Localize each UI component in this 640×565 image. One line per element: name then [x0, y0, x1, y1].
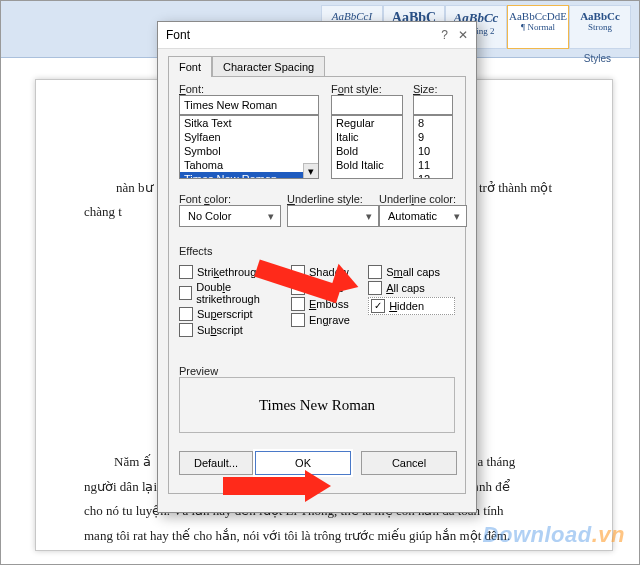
checkbox-emboss[interactable]: Emboss [291, 297, 368, 311]
list-item[interactable]: Bold [332, 144, 402, 158]
dialog-title: Font [166, 28, 190, 42]
checkbox-outline[interactable]: Outline [291, 281, 368, 295]
chevron-down-icon[interactable]: ▾ [303, 163, 318, 178]
chevron-down-icon: ▾ [264, 209, 278, 223]
label-preview: Preview [179, 365, 218, 377]
size-input[interactable] [413, 95, 453, 115]
label-underline-style: Underline style: [287, 193, 379, 205]
list-item[interactable]: 8 [414, 116, 452, 130]
style-strong[interactable]: AaBbCcStrong [569, 5, 631, 49]
list-item[interactable]: Sitka Text [180, 116, 318, 130]
checkbox-all-caps[interactable]: All caps [368, 281, 455, 295]
watermark: Download.vn [483, 522, 625, 548]
checkbox-hidden[interactable]: Hidden [368, 297, 455, 315]
close-icon[interactable]: ✕ [458, 28, 468, 42]
list-item-selected[interactable]: Times New Roman [180, 172, 318, 179]
list-item[interactable]: Tahoma [180, 158, 318, 172]
preview-text: Times New Roman [259, 397, 375, 414]
font-listbox[interactable]: Sitka Text Sylfaen Symbol Tahoma Times N… [179, 115, 319, 179]
checkbox-superscript[interactable]: Superscript [179, 307, 291, 321]
checkbox-shadow[interactable]: Shadow [291, 265, 368, 279]
font-dialog: Font ? ✕ Font Character Spacing Font: Ti… [157, 21, 477, 513]
styles-group-label: Styles [584, 53, 611, 64]
list-item[interactable]: Italic [332, 130, 402, 144]
ok-button[interactable]: OK [255, 451, 351, 475]
preview-box: Times New Roman [179, 377, 455, 433]
underline-color-combo[interactable]: Automatic ▾ [379, 205, 467, 227]
size-listbox[interactable]: 8 9 10 11 12 [413, 115, 453, 179]
cancel-button[interactable]: Cancel [361, 451, 457, 475]
list-item[interactable]: 12 [414, 172, 452, 179]
checkbox-small-caps[interactable]: Small caps [368, 265, 455, 279]
underline-style-combo[interactable]: ▾ [287, 205, 379, 227]
label-size: Size: [413, 83, 453, 95]
label-font-style: Font style: [331, 83, 403, 95]
chevron-down-icon: ▾ [450, 209, 464, 223]
help-icon[interactable]: ? [441, 28, 448, 42]
checkbox-engrave[interactable]: Engrave [291, 313, 368, 327]
body-text-1: nàn bư [116, 176, 153, 201]
checkbox-double-strikethrough[interactable]: Double strikethrough [179, 281, 291, 305]
checkbox-strikethrough[interactable]: Strikethrough [179, 265, 291, 279]
label-font-color: Font color: [179, 193, 281, 205]
list-item[interactable]: 11 [414, 158, 452, 172]
tab-font[interactable]: Font [168, 56, 212, 77]
label-effects: Effects [179, 245, 212, 257]
chevron-down-icon: ▾ [362, 209, 376, 223]
label-underline-color: Underline color: [379, 193, 467, 205]
list-item[interactable]: Symbol [180, 144, 318, 158]
font-input[interactable]: Times New Roman [179, 95, 319, 115]
style-normal[interactable]: AaBbCcDdE¶ Normal [507, 5, 569, 49]
checkbox-subscript[interactable]: Subscript [179, 323, 291, 337]
list-item[interactable]: Regular [332, 116, 402, 130]
dialog-titlebar[interactable]: Font ? ✕ [158, 22, 476, 49]
list-item[interactable]: Bold Italic [332, 158, 402, 172]
tab-character-spacing[interactable]: Character Spacing [212, 56, 325, 77]
list-item[interactable]: 10 [414, 144, 452, 158]
list-item[interactable]: 9 [414, 130, 452, 144]
body-text-2: trở thành một [479, 176, 552, 201]
body-text-3: chàng t [84, 200, 122, 225]
default-button[interactable]: Default... [179, 451, 253, 475]
list-item[interactable]: Sylfaen [180, 130, 318, 144]
label-font: Font: [179, 83, 319, 95]
font-color-combo[interactable]: No Color ▾ [179, 205, 281, 227]
tab-panel-font: Font: Times New Roman Sitka Text Sylfaen… [168, 76, 466, 494]
font-style-listbox[interactable]: Regular Italic Bold Bold Italic [331, 115, 403, 179]
font-style-input[interactable] [331, 95, 403, 115]
